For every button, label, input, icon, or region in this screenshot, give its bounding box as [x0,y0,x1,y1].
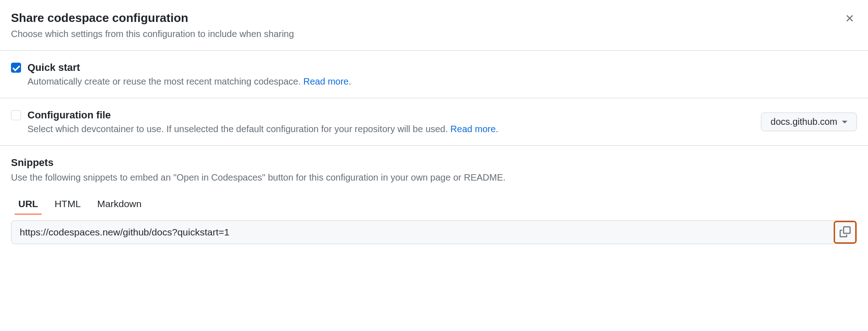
snippets-section: Snippets Use the following snippets to e… [0,146,868,255]
dialog-title: Share codespace configuration [11,11,842,25]
quickstart-text: Quick start Automatically create or reus… [27,62,857,87]
tab-html[interactable]: HTML [54,194,81,214]
quickstart-title: Quick start [27,62,857,74]
close-button[interactable] [842,11,857,27]
quickstart-desc-text: Automatically create or reuse the most r… [27,76,304,86]
snippets-tabs: URL HTML Markdown [11,194,857,214]
quickstart-read-more-link[interactable]: Read more. [304,76,352,86]
dialog-header: Share codespace configuration Choose whi… [0,0,868,51]
snippets-title: Snippets [11,157,857,169]
devcontainer-dropdown[interactable]: docs.github.com [761,112,857,131]
copy-button[interactable] [834,221,857,244]
dialog-subtitle: Choose which settings from this configur… [11,29,842,39]
configfile-description: Select which devcontainer to use. If uns… [27,124,750,134]
share-codespace-dialog: Share codespace configuration Choose whi… [0,0,868,255]
close-icon [844,13,855,25]
quickstart-checkbox[interactable] [11,63,21,73]
configfile-checkbox[interactable] [11,110,21,120]
snippet-box [11,220,857,244]
snippets-description: Use the following snippets to embed an "… [11,172,857,183]
caret-down-icon [842,121,847,123]
copy-icon [840,226,851,239]
tab-markdown[interactable]: Markdown [97,194,141,214]
quickstart-option-row: Quick start Automatically create or reus… [0,51,868,98]
tab-url[interactable]: URL [18,194,38,214]
quickstart-description: Automatically create or reuse the most r… [27,76,857,87]
devcontainer-dropdown-value: docs.github.com [770,117,837,127]
configfile-text: Configuration file Select which devconta… [27,109,750,134]
dialog-header-text: Share codespace configuration Choose whi… [11,11,842,39]
configfile-title: Configuration file [27,109,750,121]
configfile-option-row: Configuration file Select which devconta… [0,98,868,146]
configfile-read-more-link[interactable]: Read more. [450,124,499,134]
snippet-url-value[interactable] [11,221,834,243]
configfile-option-left: Configuration file Select which devconta… [11,109,750,134]
configfile-desc-text: Select which devcontainer to use. If uns… [27,124,450,134]
quickstart-option-left: Quick start Automatically create or reus… [11,62,857,87]
